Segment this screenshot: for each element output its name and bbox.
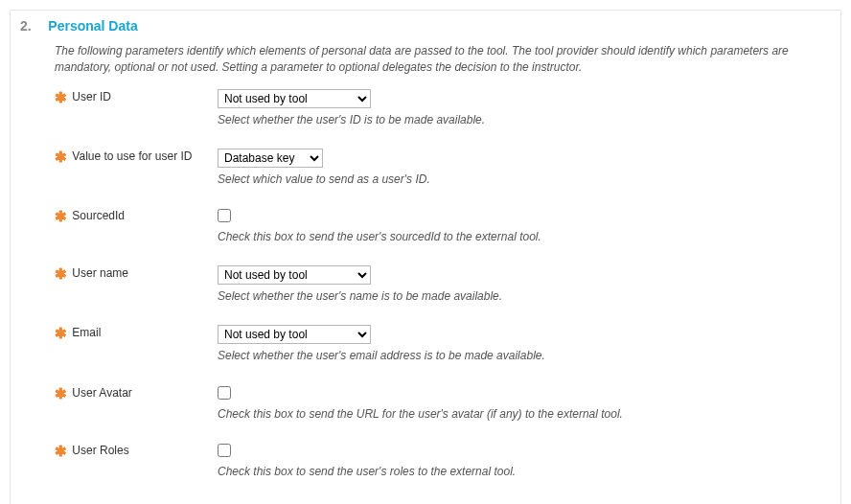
label-col: ✱ User Avatar bbox=[55, 385, 218, 401]
required-icon: ✱ bbox=[55, 386, 67, 401]
field-email: ✱ Email Not used by tool Select whether … bbox=[55, 325, 821, 363]
section-title: Personal Data bbox=[48, 18, 137, 34]
user-id-label: User ID bbox=[72, 90, 111, 103]
email-hint: Select whether the user's email address … bbox=[218, 348, 821, 363]
user-avatar-hint: Check this box to send the URL for the u… bbox=[218, 406, 821, 422]
section-body: The following parameters identify which … bbox=[11, 37, 840, 479]
sourcedid-checkbox[interactable] bbox=[218, 209, 231, 222]
required-icon: ✱ bbox=[55, 209, 67, 223]
id-value-hint: Select which value to send as a user's I… bbox=[218, 172, 821, 187]
control-col: Database key Select which value to send … bbox=[218, 149, 821, 187]
required-icon: ✱ bbox=[55, 444, 67, 458]
user-name-hint: Select whether the user's name is to be … bbox=[218, 288, 821, 304]
personal-data-section: 2. Personal Data The following parameter… bbox=[10, 10, 841, 504]
control-col: Check this box to send the user's source… bbox=[218, 208, 821, 244]
id-value-label: Value to use for user ID bbox=[72, 149, 192, 163]
label-col: ✱ Value to use for user ID bbox=[55, 149, 218, 164]
email-label: Email bbox=[72, 326, 101, 339]
control-col: Not used by tool Select whether the user… bbox=[218, 325, 821, 363]
control-col: Not used by tool Select whether the user… bbox=[218, 89, 821, 127]
label-col: ✱ User Roles bbox=[55, 443, 218, 458]
user-name-label: User name bbox=[72, 266, 128, 280]
user-name-select[interactable]: Not used by tool bbox=[218, 265, 371, 285]
section-description: The following parameters identify which … bbox=[55, 43, 821, 76]
field-sourcedid: ✱ SourcedId Check this box to send the u… bbox=[55, 208, 821, 244]
sourcedid-hint: Check this box to send the user's source… bbox=[218, 229, 821, 244]
label-col: ✱ User name bbox=[55, 265, 218, 281]
user-roles-hint: Check this box to send the user's roles … bbox=[218, 464, 821, 479]
required-icon: ✱ bbox=[55, 326, 67, 340]
user-id-hint: Select whether the user's ID is to be ma… bbox=[218, 112, 821, 127]
field-user-name: ✱ User name Not used by tool Select whet… bbox=[55, 265, 821, 304]
label-col: ✱ User ID bbox=[55, 89, 218, 104]
field-user-avatar: ✱ User Avatar Check this box to send the… bbox=[55, 385, 821, 422]
control-col: Not used by tool Select whether the user… bbox=[218, 265, 821, 304]
control-col: Check this box to send the user's roles … bbox=[218, 443, 821, 479]
section-header: 2. Personal Data bbox=[11, 11, 840, 37]
field-user-roles: ✱ User Roles Check this box to send the … bbox=[55, 443, 821, 479]
sourcedid-label: SourcedId bbox=[72, 209, 125, 222]
required-icon: ✱ bbox=[55, 149, 67, 164]
user-id-select[interactable]: Not used by tool bbox=[218, 89, 371, 108]
label-col: ✱ Email bbox=[55, 325, 218, 340]
email-select[interactable]: Not used by tool bbox=[218, 325, 371, 344]
field-user-id: ✱ User ID Not used by tool Select whethe… bbox=[55, 89, 821, 127]
user-avatar-label: User Avatar bbox=[72, 386, 131, 400]
id-value-select[interactable]: Database key bbox=[218, 149, 323, 168]
control-col: Check this box to send the URL for the u… bbox=[218, 385, 821, 422]
label-col: ✱ SourcedId bbox=[55, 208, 218, 223]
user-avatar-checkbox[interactable] bbox=[218, 386, 231, 400]
section-number: 2. bbox=[20, 18, 45, 34]
required-icon: ✱ bbox=[55, 90, 67, 104]
required-icon: ✱ bbox=[55, 266, 67, 281]
user-roles-label: User Roles bbox=[72, 444, 128, 457]
user-roles-checkbox[interactable] bbox=[218, 444, 231, 457]
field-id-value: ✱ Value to use for user ID Database key … bbox=[55, 149, 821, 187]
